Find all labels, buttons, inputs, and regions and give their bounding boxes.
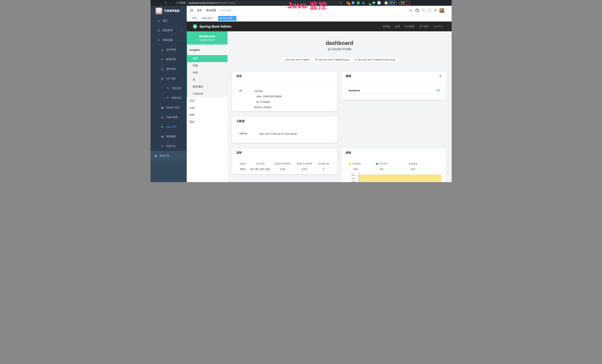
browser-update-button[interactable]: 更新 ⋮ — [399, 1, 410, 5]
close-icon[interactable]: × — [214, 17, 215, 20]
browser-home-icon[interactable]: ⌂ — [170, 1, 171, 4]
sidebar-item-label: API 日志 — [166, 77, 176, 80]
help-icon[interactable]: ? — [422, 9, 425, 12]
sidebar-filler — [150, 161, 187, 182]
monitor-icon: ⊡ — [157, 39, 160, 42]
sba-item-config-props[interactable]: 配置属性 — [187, 83, 227, 90]
tab-java-monitor[interactable]: Java 监控 × — [218, 16, 236, 21]
kebab-menu-icon[interactable]: ⋮ — [406, 2, 408, 4]
git-time-line: time: 1596289704000 — [254, 94, 331, 99]
health-row: Instance UP — [349, 89, 440, 95]
card-health: 健康 ↺ Instance UP — [341, 72, 446, 100]
app-logo — [156, 8, 162, 14]
axis-tick — [356, 179, 357, 179]
sidebar-item-config-mgmt[interactable]: ✎ 配置管理 — [150, 54, 187, 64]
sba-nav-journal[interactable]: 日志报表 — [404, 25, 414, 28]
sidebar-item-java-monitor[interactable]: ⊞ Java 监控 — [150, 122, 187, 132]
breadcrumb-home[interactable]: 首页 — [197, 9, 202, 12]
sidebar-item-system[interactable]: ⚙ 系统管理 ∨ — [150, 26, 187, 35]
sidebar-item-label: 链路追踪 — [166, 135, 176, 138]
close-icon[interactable]: × — [233, 17, 235, 20]
tab-label: Java 监控 — [223, 17, 232, 20]
insights-group-label[interactable]: Insights — [187, 44, 227, 55]
github-icon[interactable] — [416, 9, 419, 12]
sidebar-item-home[interactable]: ◴ 首页 — [150, 16, 187, 26]
reload-icon[interactable]: ↻ — [165, 1, 167, 4]
sidebar-item-label: MySQL 监控 — [166, 106, 180, 109]
extension-icon[interactable]: 1 — [346, 1, 349, 4]
tab-home[interactable]: 首页 — [190, 16, 199, 21]
sidebar-item-file-mgmt[interactable]: ☁ 文件管理 — [150, 45, 187, 54]
legend-swatch-yellow — [349, 163, 351, 165]
sidebar-item-error-logs[interactable]: ✎ 错误日志 — [150, 93, 187, 103]
url-path[interactable]: /infra/admin-server — [217, 2, 236, 4]
info-row-git: git commit: time: 1596289704000 id: 27aa… — [239, 85, 331, 112]
locale-selector[interactable]: zh-CN ▾ — [434, 25, 443, 28]
fullscreen-icon[interactable] — [428, 9, 431, 12]
app-logo-row[interactable]: 芋道管理系统 — [150, 6, 187, 16]
hamburger-icon[interactable] — [190, 9, 193, 12]
security-label[interactable]: 不安全 — [179, 1, 186, 4]
sba-sidebar: dashboard 93a3fc7f7409 Insights 细节 性能 环境… — [187, 31, 227, 182]
sba-nav-wallboard[interactable]: 应用墙 — [383, 25, 390, 28]
forward-icon[interactable]: → — [159, 1, 161, 4]
puzzle-icon[interactable] — [377, 1, 381, 4]
sba-nav-applications[interactable]: 应用 — [395, 25, 400, 28]
edit-icon: ✎ — [161, 58, 164, 61]
back-icon[interactable]: ← — [153, 1, 156, 4]
tab-redis-monitor[interactable]: Redis 监控 × — [200, 16, 217, 21]
sba-item-jvm[interactable]: JVM — [187, 104, 227, 111]
sba-item-details[interactable]: 细节 — [187, 55, 227, 62]
url-host[interactable]: dashboard.yudao.iocoder.cn — [189, 2, 217, 4]
profile-label: 已暂停 — [389, 1, 395, 4]
breadcrumb-separator: / — [204, 9, 204, 12]
user-avatar[interactable] — [439, 8, 444, 13]
sidebar-item-access-logs[interactable]: ✎ 访问日志 — [150, 84, 187, 93]
search-icon[interactable] — [409, 9, 412, 12]
extension-grid-icon[interactable]: ▦ — [362, 1, 365, 4]
browser-nav: ← → ↻ ⌂ — [153, 1, 172, 4]
threads-legend-row: 活动线程 守护进程 线程峰值 — [344, 162, 443, 165]
bookmark-star-icon[interactable]: ☆ — [339, 1, 342, 4]
sidebar-item-scheduled-jobs[interactable]: ◷ 定时任务 — [150, 64, 187, 74]
font-size-icon[interactable]: tT — [434, 9, 436, 12]
sidebar-item-mysql-monitor[interactable]: ▦ MySQL 监控 — [150, 103, 187, 112]
extension-leaf-icon[interactable] — [372, 1, 376, 4]
service-url-button[interactable]: ⌂ http://192.168.0.2:48080/ — [280, 57, 312, 62]
sba-item-logs[interactable]: 日志 — [187, 97, 227, 104]
process-header-row: 进程ID 运行时间 进程CPU使用率 系统CPU使用率 CPU核心数 — [237, 162, 332, 165]
extension-pin-icon[interactable] — [352, 1, 355, 4]
sba-brand-title[interactable]: Spring Boot Admin — [200, 24, 231, 29]
extension-on-badge: on — [369, 3, 371, 5]
health-url-button[interactable]: ♥ http://192.168.0.2:48080/actuator/heal… — [353, 57, 398, 62]
legend-daemon-threads: 守护进程 — [367, 162, 397, 165]
sidebar-item-dev-tools[interactable]: ▣ 研发工具 ∨ — [150, 151, 187, 161]
sba-item-classes[interactable]: 类 — [187, 76, 227, 83]
sidebar-item-infra[interactable]: ⊡ 基础设施 ∧ — [150, 35, 187, 45]
sidebar-item-log-center[interactable]: ✎ 日志中心 — [150, 141, 187, 151]
sba-nav-about[interactable]: 关于我们 — [419, 25, 429, 28]
browser-profile-chip[interactable]: 已暂停 — [384, 1, 397, 5]
extension-y-icon[interactable]: y — [357, 1, 360, 4]
breadcrumb-infra[interactable]: 基础设施 — [206, 9, 216, 12]
sidebar-item-redis-monitor[interactable]: ≣ Redis 监控 — [150, 112, 187, 122]
threads-value-row: 143 53 147 — [344, 165, 443, 171]
sba-item-scheduled-tasks[interactable]: 计划任务 — [187, 90, 227, 97]
sidebar-item-api-logs[interactable]: ▤ API 日志 ∧ — [150, 74, 187, 84]
actuator-url-button[interactable]: ⚒ http://192.168.0.2:48080/actuator — [312, 57, 353, 62]
instance-header[interactable]: dashboard 93a3fc7f7409 — [187, 31, 227, 44]
sba-item-metrics[interactable]: 性能 — [187, 62, 227, 69]
caret-down-icon[interactable]: ▾ — [447, 10, 448, 11]
gauge-icon: ◴ — [157, 19, 160, 22]
card-metadata-title: 元数据 — [232, 117, 337, 126]
sba-item-caches[interactable]: 缓存 — [187, 118, 227, 126]
sidebar-item-tracing[interactable]: ◉ 链路追踪 — [150, 132, 187, 141]
history-icon[interactable]: ↺ — [439, 74, 441, 78]
instance-name: dashboard — [199, 34, 215, 38]
sba-item-environment[interactable]: 环境 — [187, 69, 227, 76]
sba-item-mappings[interactable]: 映射 — [187, 111, 227, 118]
extension-switch-icon[interactable]: ≡on — [367, 1, 370, 4]
sidebar-item-label: 错误日志 — [172, 96, 182, 100]
y-tick-140: 140 — [344, 174, 355, 176]
sba-header: Spring Boot Admin 应用墙 应用 日志报表 关于我们 zh-CN… — [187, 21, 452, 31]
